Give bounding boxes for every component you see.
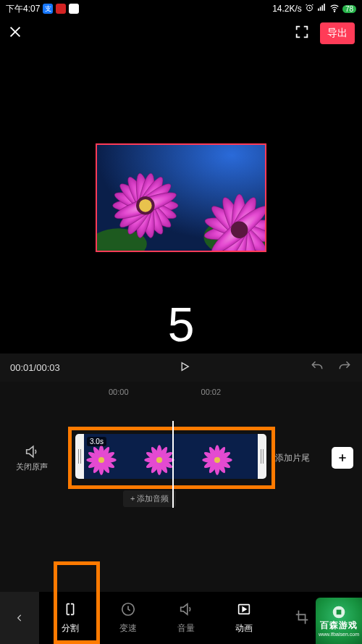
mute-label: 关闭原声 <box>16 462 48 471</box>
fullscreen-icon[interactable] <box>294 24 310 43</box>
playhead[interactable] <box>172 421 174 508</box>
net-speed: 14.2K/s <box>272 4 302 14</box>
crop-icon <box>294 609 310 627</box>
playback-controls: 00:01/00:03 <box>0 354 362 382</box>
app-icon-red <box>56 4 66 14</box>
alipay-icon: 支 <box>43 4 53 14</box>
tool-animation[interactable]: 动画 <box>216 601 272 635</box>
current-time: 00:01 <box>10 362 34 373</box>
preview-clip-frame[interactable] <box>96 143 266 252</box>
status-time: 下午4:07 <box>6 3 40 15</box>
watermark-brand: 百森游戏 <box>320 619 358 632</box>
add-ending-label[interactable]: 添加片尾 <box>275 452 310 464</box>
speed-icon <box>120 601 136 619</box>
clip-thumb-3 <box>200 434 258 479</box>
svg-rect-29 <box>80 449 81 464</box>
redo-button[interactable] <box>337 359 352 376</box>
svg-point-53 <box>214 457 220 463</box>
clip-handle-left[interactable] <box>75 434 84 479</box>
add-clip-button[interactable] <box>332 447 353 469</box>
export-button[interactable]: 导出 <box>320 22 355 44</box>
signal-icon <box>317 3 327 14</box>
total-time: 00:03 <box>36 362 60 373</box>
tool-split-label: 分割 <box>62 622 79 635</box>
bottom-toolbar: 分割 变速 音量 动画 <box>0 592 362 644</box>
alarm-icon <box>305 3 314 14</box>
tool-volume-label: 音量 <box>177 622 195 635</box>
svg-rect-55 <box>263 449 264 464</box>
time-display: 00:01/00:03 <box>10 362 60 373</box>
video-track: 关闭原声 3.0s 添加片尾 <box>0 432 362 483</box>
wifi-icon <box>329 3 340 15</box>
svg-point-37 <box>98 457 104 463</box>
svg-rect-1 <box>318 9 319 11</box>
svg-rect-3 <box>321 5 323 11</box>
tool-split[interactable]: 分割 <box>42 601 98 635</box>
svg-point-19 <box>139 199 152 212</box>
app-icon-white <box>69 4 79 14</box>
video-preview[interactable]: 5 <box>0 49 362 354</box>
ruler-tick-1: 00:02 <box>201 388 222 396</box>
toolbar-back-button[interactable] <box>0 592 39 644</box>
countdown-number: 5 <box>168 297 195 352</box>
svg-rect-4 <box>324 4 325 11</box>
timeline-area[interactable]: 关闭原声 3.0s 添加片尾 + 添加音频 <box>0 401 362 512</box>
clip-handle-right[interactable] <box>258 434 266 479</box>
ruler-tick-0: 00:00 <box>109 388 129 396</box>
animation-icon <box>236 601 252 619</box>
svg-rect-54 <box>261 449 261 464</box>
tool-speed[interactable]: 变速 <box>100 601 156 635</box>
add-audio-button[interactable]: + 添加音频 <box>123 490 176 507</box>
battery-indicator: 78 <box>342 5 356 13</box>
tool-speed-label: 变速 <box>119 622 137 635</box>
close-icon[interactable] <box>7 24 23 43</box>
split-icon <box>62 601 78 619</box>
svg-point-27 <box>231 221 248 238</box>
mute-original-audio-button[interactable]: 关闭原声 <box>10 444 54 472</box>
timeline-ruler[interactable]: 00:00 00:02 <box>0 382 362 401</box>
clip-body[interactable]: 3.0s <box>84 434 258 479</box>
status-right: 14.2K/s 78 <box>272 3 356 15</box>
svg-point-45 <box>156 457 162 463</box>
tool-animation-label: 动画 <box>235 622 253 635</box>
watermark-url: www.lfbaisen.com <box>319 632 359 637</box>
flower-image <box>97 145 265 251</box>
volume-icon <box>178 601 194 619</box>
status-left: 下午4:07 支 <box>6 3 79 15</box>
tool-volume[interactable]: 音量 <box>158 601 214 635</box>
video-clip[interactable]: 3.0s <box>75 434 266 479</box>
watermark-logo-icon <box>332 605 346 619</box>
svg-rect-2 <box>320 7 321 10</box>
undo-button[interactable] <box>310 359 324 376</box>
site-watermark: 百森游戏 www.lfbaisen.com <box>316 598 362 644</box>
play-button[interactable] <box>178 360 191 375</box>
svg-rect-28 <box>78 449 79 464</box>
clip-duration-label: 3.0s <box>87 437 106 446</box>
status-bar: 下午4:07 支 14.2K/s 78 <box>0 0 362 17</box>
svg-point-5 <box>334 11 334 12</box>
top-bar: 导出 <box>0 17 362 49</box>
clip-thumb-2 <box>142 434 200 479</box>
